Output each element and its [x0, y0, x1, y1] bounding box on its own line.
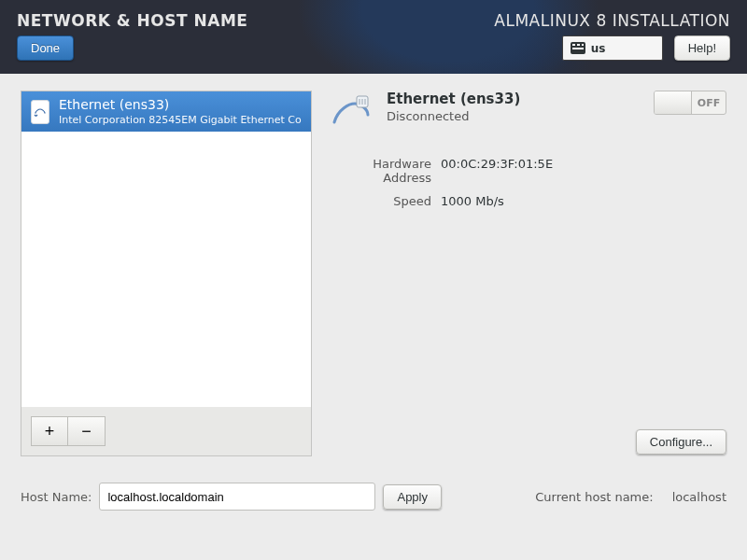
header: NETWORK & HOST NAME Done ALMALINUX 8 INS…	[0, 0, 747, 74]
hostname-label: Host Name:	[21, 490, 92, 504]
detail-panel: Ethernet (ens33) Disconnected OFF Hardwa…	[329, 91, 726, 456]
device-description: Intel Corporation 82545EM Gigabit Ethern…	[59, 114, 302, 127]
device-item[interactable]: Ethernet (ens33) Intel Corporation 82545…	[21, 91, 311, 132]
current-hostname-value: localhost	[672, 490, 726, 504]
done-button[interactable]: Done	[17, 35, 74, 61]
current-hostname-label: Current host name:	[535, 490, 653, 504]
detail-status: Disconnected	[387, 109, 641, 123]
device-toolbar: + −	[21, 407, 311, 455]
hostname-input[interactable]	[99, 483, 375, 511]
hw-address-label: Hardware Address	[329, 157, 431, 185]
configure-button[interactable]: Configure...	[636, 429, 726, 455]
add-device-button[interactable]: +	[31, 416, 68, 446]
device-list[interactable]: Ethernet (ens33) Intel Corporation 82545…	[21, 91, 311, 407]
detail-title: Ethernet (ens33)	[387, 91, 641, 107]
ethernet-icon	[31, 100, 49, 124]
keyboard-layout-indicator[interactable]: us	[562, 35, 663, 61]
ethernet-large-icon	[329, 91, 374, 138]
page-title: NETWORK & HOST NAME	[17, 11, 247, 30]
connection-toggle[interactable]: OFF	[654, 91, 726, 115]
speed-value: 1000 Mb/s	[441, 194, 726, 208]
install-title: ALMALINUX 8 INSTALLATION	[494, 11, 730, 30]
device-panel: Ethernet (ens33) Intel Corporation 82545…	[21, 91, 312, 456]
hostname-row: Host Name: Apply Current host name: loca…	[21, 483, 726, 511]
help-button[interactable]: Help!	[674, 35, 730, 61]
content: Ethernet (ens33) Intel Corporation 82545…	[0, 74, 747, 560]
keyboard-icon	[571, 42, 585, 54]
speed-label: Speed	[329, 194, 431, 208]
toggle-knob	[655, 91, 692, 114]
keyboard-layout-label: us	[591, 42, 606, 55]
hw-address-value: 00:0C:29:3F:01:5E	[441, 157, 726, 185]
device-name: Ethernet (ens33)	[59, 97, 302, 114]
detail-properties: Hardware Address 00:0C:29:3F:01:5E Speed…	[329, 157, 726, 208]
remove-device-button[interactable]: −	[68, 416, 106, 446]
apply-button[interactable]: Apply	[383, 484, 442, 510]
toggle-label: OFF	[692, 91, 726, 114]
